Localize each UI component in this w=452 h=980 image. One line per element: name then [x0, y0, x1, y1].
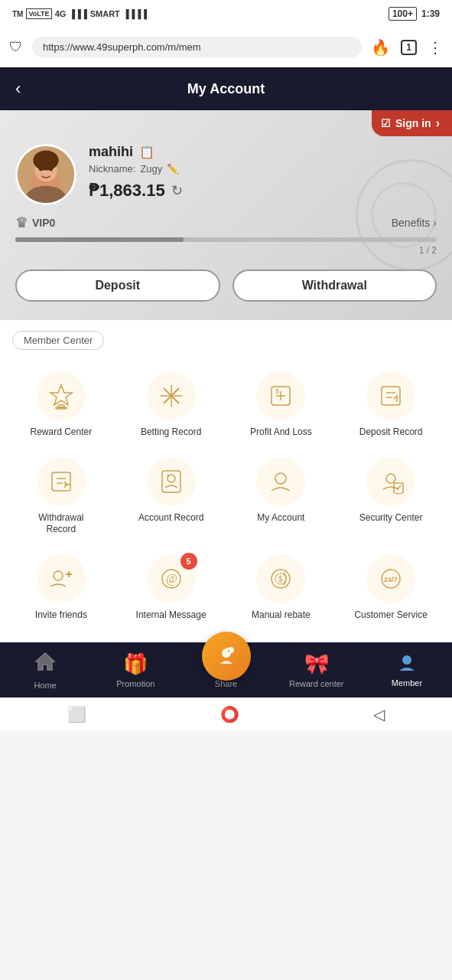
svg-point-44	[402, 655, 411, 665]
member-icon	[396, 652, 418, 675]
menu-item-internal-message[interactable]: 5 @ Internal Message	[116, 545, 226, 631]
account-record-icon-circle	[147, 457, 196, 506]
trophy-icon	[47, 382, 75, 410]
battery-icon: 100+	[389, 7, 417, 21]
menu-item-withdrawal-record[interactable]: WithdrawalRecord	[6, 448, 116, 545]
member-label: Member	[392, 678, 422, 688]
svg-text:$: $	[275, 387, 279, 395]
deposit-button[interactable]: Deposit	[15, 270, 220, 302]
network-4g: 4G	[55, 9, 67, 18]
vip-level: VIP0	[32, 217, 55, 229]
nickname-row: Nickname: Zugy ✏️	[89, 163, 437, 175]
svg-text:24/7: 24/7	[384, 576, 398, 583]
betting-icon	[158, 382, 185, 410]
back-button[interactable]: ‹	[15, 79, 21, 99]
nav-member[interactable]: Member	[362, 652, 452, 688]
square-btn[interactable]: ⬜	[49, 699, 105, 730]
carrier-tm: TM	[12, 10, 23, 18]
benefits-button[interactable]: Benefits ›	[392, 217, 437, 229]
status-bar: TM VoLTE 4G ▐▐▐ SMART ▐▐▐▐ 100+ 1:39	[0, 0, 452, 28]
more-icon[interactable]: ⋮	[428, 38, 443, 57]
account-record-icon	[158, 468, 185, 495]
menu-item-my-account[interactable]: My Account	[226, 448, 337, 545]
menu-item-profit-loss[interactable]: $ Profit And Loss	[226, 362, 337, 448]
svg-point-29	[54, 571, 63, 580]
member-center-tag: Member Center	[12, 331, 104, 350]
action-buttons: Deposit Withdrawal	[15, 270, 437, 302]
menu-item-betting-record[interactable]: Betting Record	[116, 362, 226, 448]
member-icon-svg	[396, 652, 418, 674]
fire-icon[interactable]: 🔥	[371, 38, 390, 57]
system-nav: ⬜ ⭕ ◁	[0, 697, 452, 731]
deposit-record-label: Deposit Record	[359, 426, 423, 439]
invite-icon	[47, 565, 75, 593]
menu-item-invite-friends[interactable]: Invite friends	[6, 545, 116, 631]
menu-item-reward-center[interactable]: Reward Center	[6, 362, 116, 448]
security-center-label: Security Center	[359, 512, 423, 524]
customer-service-icon-circle: 24/7	[366, 554, 415, 603]
promotion-icon: 🎁	[123, 652, 148, 676]
nav-share[interactable]: Share	[180, 652, 271, 688]
shield-icon: 🛡	[9, 39, 23, 55]
menu-item-manual-rebate[interactable]: $ Manual rebate	[226, 545, 337, 631]
benefits-arrow: ›	[433, 217, 437, 229]
reward-center-nav-icon: 🎀	[304, 652, 329, 676]
sign-in-label: Sign in	[395, 117, 431, 129]
app-header: ‹ My Account	[0, 67, 452, 110]
menu-item-deposit-record[interactable]: Deposit Record	[336, 362, 446, 448]
customer-service-label: Customer Service	[354, 609, 427, 622]
tab-count[interactable]: 1	[401, 40, 417, 55]
nickname-value: Zugy	[140, 163, 162, 175]
user-details: mahihi 📋 Nickname: Zugy ✏️ ₱1,863.15 ↻	[89, 144, 437, 201]
nav-promotion[interactable]: 🎁 Promotion	[90, 652, 180, 688]
security-icon	[377, 468, 405, 495]
progress-label: 1 / 2	[15, 245, 437, 256]
menu-item-account-record[interactable]: Account Record	[116, 448, 226, 545]
my-account-label: My Account	[257, 512, 304, 524]
nav-reward-center[interactable]: 🎀 Reward center	[272, 652, 362, 688]
home-label: Home	[34, 681, 56, 690]
menu-item-security-center[interactable]: Security Center	[336, 448, 446, 545]
back-triangle-btn[interactable]: ◁	[355, 699, 403, 730]
browser-actions: 🔥 1 ⋮	[371, 38, 443, 57]
rebate-icon: $	[267, 565, 294, 593]
svg-rect-20	[52, 472, 70, 491]
status-right: 100+ 1:39	[389, 7, 440, 21]
browser-bar: 🛡 https://www.49superph.com/m/mem 🔥 1 ⋮	[0, 28, 452, 67]
message-icon: @	[158, 565, 185, 593]
carrier-smart: SMART	[90, 9, 120, 18]
reward-center-label: Reward Center	[31, 426, 93, 439]
sign-in-button[interactable]: ☑ Sign in ›	[372, 110, 452, 136]
reward-center-nav-label: Reward center	[289, 679, 344, 688]
svg-point-28	[386, 474, 395, 483]
deposit-icon	[377, 382, 405, 410]
time: 1:39	[421, 8, 440, 19]
svg-point-6	[33, 151, 58, 171]
withdrawal-button[interactable]: Withdrawal	[233, 270, 437, 302]
bottom-nav: Home 🎁 Promotion Share 🎀 Reward center	[0, 642, 452, 697]
url-bar[interactable]: https://www.49superph.com/m/mem	[32, 37, 362, 57]
crown-icon: ♛	[15, 214, 28, 231]
nav-home[interactable]: Home	[0, 651, 90, 690]
service-icon: 24/7	[377, 565, 405, 593]
svg-line-42	[228, 651, 229, 652]
withdrawal-icon	[47, 468, 75, 495]
profile-info: mahihi 📋 Nickname: Zugy ✏️ ₱1,863.15 ↻	[15, 144, 437, 205]
share-icon	[213, 642, 240, 670]
withdrawal-record-icon-circle	[37, 457, 86, 506]
reward-center-icon-circle	[37, 371, 86, 420]
svg-rect-24	[162, 471, 180, 492]
edit-icon[interactable]: ✏️	[167, 163, 179, 175]
betting-record-label: Betting Record	[141, 426, 201, 439]
username: mahihi	[89, 144, 133, 160]
copy-icon[interactable]: 📋	[139, 145, 154, 159]
profit-icon: $	[267, 382, 294, 410]
my-account-icon-circle	[256, 457, 305, 506]
share-circle	[202, 632, 251, 681]
svg-text:@: @	[166, 572, 177, 586]
circle-btn[interactable]: ⭕	[202, 699, 258, 730]
menu-item-customer-service[interactable]: 24/7 Customer Service	[336, 545, 446, 631]
network-type: VoLTE	[26, 8, 51, 19]
refresh-icon[interactable]: ↻	[171, 182, 183, 199]
share-label: Share	[215, 679, 237, 688]
